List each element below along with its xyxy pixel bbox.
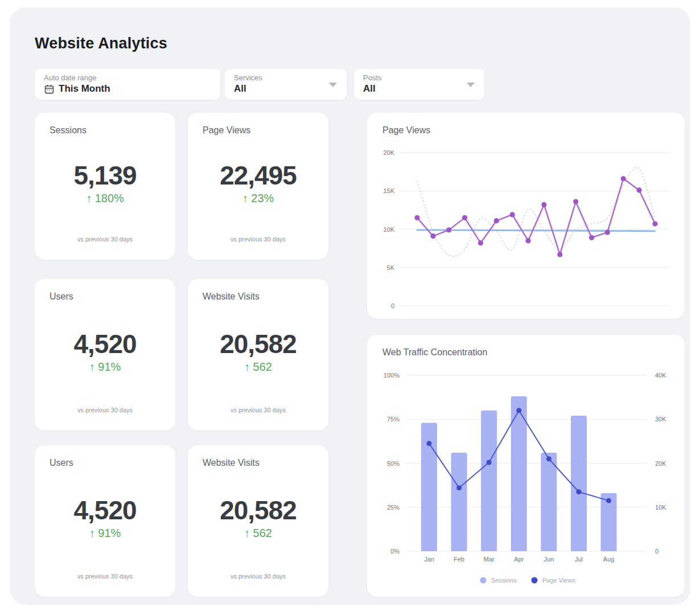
kpi-card-sessions: Sessions 5,139 ↑ 180% vs previous 30 day… (35, 113, 175, 260)
sessions-bar (541, 453, 557, 551)
x-axis-label: Aug (603, 556, 615, 563)
x-axis-label: Jan (424, 556, 434, 563)
data-point (637, 187, 642, 192)
kpi-change: ↑ 23% (242, 192, 274, 205)
sessions-bar (571, 416, 587, 551)
previous-period-line (417, 167, 655, 256)
data-point (606, 498, 611, 503)
kpi-value: 20,582 (220, 330, 297, 358)
kpi-card-users: Users 4,520 ↑ 91% vs previous 30 days (35, 279, 175, 430)
page: Website Analytics Auto date range This M… (0, 0, 700, 615)
sessions-legend-label: Sessions (491, 577, 517, 584)
left-axis-tick: 75% (387, 416, 400, 423)
y-axis-tick: 5K (387, 264, 395, 271)
services-value: All (234, 83, 246, 95)
chevron-down-icon (467, 83, 475, 87)
x-axis-label: Jul (575, 556, 583, 563)
sessions-legend-dot (480, 577, 487, 584)
data-point (456, 485, 462, 490)
kpi-comparison-label: vs previous 30 days (188, 573, 328, 580)
right-axis-tick: 20K (655, 460, 666, 467)
left-axis-tick: 25% (387, 504, 400, 511)
left-axis-tick: 100% (384, 372, 400, 379)
kpi-change: ↑ 91% (89, 360, 121, 374)
data-point (427, 441, 432, 446)
data-point (621, 176, 626, 181)
web-traffic-chart-card: Web Traffic Concentration 0%025%10K50%20… (367, 335, 685, 597)
data-point (516, 408, 521, 413)
services-filter[interactable]: Services All (225, 69, 347, 100)
kpi-value: 22,495 (220, 162, 297, 189)
right-axis-tick: 30K (655, 416, 666, 423)
right-axis-tick: 40K (655, 372, 666, 379)
kpi-value: 4,520 (73, 497, 136, 524)
sessions-bar (451, 453, 467, 551)
kpi-comparison-label: vs previous 30 days (188, 236, 328, 243)
kpi-change: ↑ 562 (244, 527, 272, 540)
data-point (494, 218, 499, 223)
page-views-chart-card: Page Views 05K10K15K20K (367, 113, 685, 319)
posts-value: All (363, 83, 376, 95)
page-views-line (417, 179, 655, 255)
data-point (573, 199, 578, 204)
kpi-change: ↑ 562 (244, 360, 272, 374)
right-axis-tick: 10K (655, 504, 666, 511)
kpi-card-website-visits: Website Visits 20,582 ↑ 562 vs previous … (188, 279, 328, 430)
data-point (478, 240, 483, 245)
kpi-card-users-2: Users 4,520 ↑ 91% vs previous 30 days (35, 445, 175, 597)
date-range-filter[interactable]: Auto date range This Month (35, 69, 220, 100)
kpi-value: 5,139 (73, 162, 136, 189)
data-point (430, 233, 435, 239)
filter-label: Auto date range (44, 73, 211, 82)
x-axis-label: Feb (454, 556, 464, 563)
dashboard-panel: Website Analytics Auto date range This M… (10, 7, 690, 605)
kpi-change: ↑ 91% (89, 527, 121, 540)
kpi-comparison-label: vs previous 30 days (35, 236, 175, 243)
data-point (446, 227, 451, 232)
filter-label: Posts (363, 73, 475, 82)
page-title: Website Analytics (35, 35, 167, 52)
sessions-bar (481, 411, 497, 551)
kpi-card-website-visits-2: Website Visits 20,582 ↑ 562 vs previous … (188, 445, 328, 597)
page-views-legend-label: Page Views (542, 577, 575, 584)
page-views-legend-dot (532, 577, 538, 584)
data-point (546, 456, 551, 461)
filter-label: Services (234, 73, 337, 82)
x-axis-label: Mar (484, 556, 495, 563)
data-point (589, 235, 594, 240)
calendar-icon (44, 84, 55, 95)
page-views-line-chart: 05K10K15K20K (367, 113, 685, 319)
kpi-change: ↑ 180% (86, 192, 124, 205)
posts-filter[interactable]: Posts All (354, 69, 484, 100)
x-axis-label: Apr (514, 556, 524, 563)
left-axis-tick: 0% (390, 548, 400, 555)
data-point (525, 238, 530, 243)
kpi-comparison-label: vs previous 30 days (35, 573, 175, 580)
y-axis-tick: 15K (383, 187, 394, 194)
data-point (557, 252, 562, 257)
data-point (577, 489, 582, 494)
data-point (510, 212, 515, 217)
web-traffic-combo-chart: 0%025%10K50%20K75%30K100%40KJanFebMarApr… (367, 335, 685, 597)
data-point (487, 460, 492, 465)
y-axis-tick: 20K (383, 149, 394, 156)
kpi-comparison-label: vs previous 30 days (35, 407, 175, 413)
y-axis-tick: 0 (391, 302, 394, 309)
data-point (462, 215, 467, 220)
right-axis-tick: 0 (655, 548, 658, 555)
data-point (652, 221, 657, 226)
data-point (541, 202, 546, 207)
chevron-down-icon (329, 83, 337, 87)
kpi-value: 20,582 (220, 497, 297, 524)
y-axis-tick: 10K (383, 226, 394, 233)
date-range-value: This Month (59, 83, 110, 95)
kpi-value: 4,520 (73, 330, 136, 358)
left-axis-tick: 50% (387, 460, 400, 467)
data-point (414, 215, 419, 220)
kpi-card-page-views: Page Views 22,495 ↑ 23% vs previous 30 d… (188, 113, 328, 260)
x-axis-label: Jun (544, 556, 554, 563)
data-point (605, 229, 610, 235)
kpi-comparison-label: vs previous 30 days (188, 407, 328, 413)
